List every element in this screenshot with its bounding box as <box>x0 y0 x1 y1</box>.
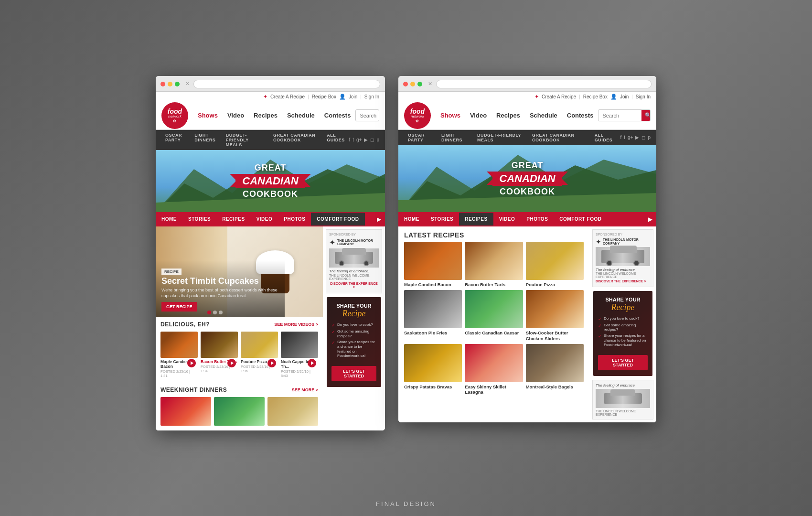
dot-yellow[interactable] <box>168 82 172 86</box>
facebook-icon[interactable]: f <box>349 137 350 142</box>
share-recipe-widget-right: SHARE YOUR Recipe ✓ Do you love to cook?… <box>593 291 652 376</box>
sec-cookbook-r[interactable]: Great Canadian Cookbook <box>528 130 591 145</box>
twitter-icon-r[interactable]: t <box>624 135 625 140</box>
gplus-icon[interactable]: g+ <box>356 137 362 142</box>
recipe-title-4: Classic Canadian Caesar <box>465 330 523 335</box>
join-link-r[interactable]: Join <box>620 94 629 99</box>
tab-video-r[interactable]: VIDEO <box>493 213 521 226</box>
dot-inactive-2[interactable] <box>219 311 223 314</box>
dot-red-r[interactable] <box>403 82 408 86</box>
dinner-thumb-1[interactable] <box>214 397 265 426</box>
signin-link[interactable]: Sign In <box>364 94 379 99</box>
video-item-2[interactable]: Poutine Pizza POSTED 2/23/16 | 1:36 <box>241 332 278 378</box>
instagram-icon[interactable]: ◻ <box>370 137 374 142</box>
instagram-icon-r[interactable]: ◻ <box>641 135 645 140</box>
tab-video[interactable]: VIDEO <box>251 213 278 226</box>
nav-shows-r[interactable]: Shows <box>436 103 465 128</box>
tab-photos[interactable]: PHOTOS <box>278 213 311 226</box>
video-item-1[interactable]: Bacon Butter Tarts POSTED 2/23/16 | 1:34 <box>201 332 238 378</box>
recipe-card-7[interactable]: Easy Skinny Skillet Lasagna <box>465 344 523 395</box>
nav-contests[interactable]: Contests <box>320 103 356 128</box>
tab-stories[interactable]: STORIES <box>182 213 216 226</box>
logo-left[interactable]: food network ✿ <box>161 102 188 129</box>
dinner-thumb-2[interactable] <box>267 397 318 426</box>
sec-budget[interactable]: Budget-Friendly Meals <box>222 130 269 150</box>
sec-budget-r[interactable]: Budget-Friendly Meals <box>473 130 528 145</box>
discover-experience-button-r[interactable]: DISCOVER THE EXPERIENCE > <box>596 279 646 284</box>
nav-video[interactable]: Video <box>223 103 249 128</box>
recipe-box-link-r[interactable]: Recipe Box <box>583 94 608 99</box>
search-input-left[interactable] <box>356 111 379 120</box>
recipe-card-1[interactable]: Bacon Butter Tarts <box>465 242 523 287</box>
nav-recipes-r[interactable]: Recipes <box>491 103 525 128</box>
nav-shows[interactable]: Shows <box>193 103 223 128</box>
sec-dinners[interactable]: Light Dinners <box>191 130 222 150</box>
join-link[interactable]: Join <box>349 94 357 99</box>
sec-guides-r[interactable]: All Guides <box>591 130 620 145</box>
sec-oscar-r[interactable]: Oscar Party <box>404 130 438 145</box>
recipe-card-3[interactable]: Saskatoon Pie Fries <box>404 290 462 341</box>
logo-right[interactable]: food network ✿ <box>404 102 431 129</box>
create-recipe-link-r[interactable]: Create A Recipe <box>542 94 576 99</box>
dot-green-r[interactable] <box>417 82 422 86</box>
tab-arrow-icon[interactable]: ▶ <box>373 212 385 226</box>
youtube-icon-r[interactable]: ▶ <box>635 135 639 140</box>
tab-recipes-r[interactable]: RECIPES <box>459 213 493 226</box>
tab-home[interactable]: HOME <box>156 213 182 226</box>
see-more-videos-link[interactable]: SEE MORE VIDEOS > <box>274 322 318 327</box>
nav-recipes[interactable]: Recipes <box>249 103 282 128</box>
dot-active[interactable] <box>207 311 211 314</box>
tab-photos-r[interactable]: PHOTOS <box>521 213 554 226</box>
dot-inactive-1[interactable] <box>213 311 217 314</box>
tab-comfort-food[interactable]: COMFORT FOOD <box>311 213 364 226</box>
share-checks-r: ✓ Do you love to cook? ✓ Got some amazin… <box>598 316 648 347</box>
video-item-3[interactable]: Noah Cappe In Th... POSTED 2/25/16 | 5:4… <box>281 332 318 378</box>
recipe-card-5[interactable]: Slow-Cooker Butter Chicken Sliders <box>526 290 584 341</box>
sec-dinners-r[interactable]: Light Dinners <box>438 130 473 145</box>
gplus-icon-r[interactable]: g+ <box>628 135 633 140</box>
recipe-card-2[interactable]: Poutine Pizza <box>526 242 584 287</box>
nav-schedule[interactable]: Schedule <box>282 103 320 128</box>
signin-link-r[interactable]: Sign In <box>636 94 651 99</box>
create-recipe-link[interactable]: Create A Recipe <box>270 94 305 99</box>
search-input-right[interactable] <box>598 111 641 120</box>
pinterest-icon[interactable]: p <box>376 137 379 142</box>
share-check-0-r: ✓ Do you love to cook? <box>598 316 648 322</box>
pinterest-icon-r[interactable]: p <box>648 135 651 140</box>
recipe-card-6[interactable]: Crispy Patatas Bravas <box>404 344 462 395</box>
recipe-card-4[interactable]: Classic Canadian Caesar <box>465 290 523 341</box>
recipe-card-0[interactable]: Maple Candied Bacon <box>404 242 462 287</box>
nav-contests-r[interactable]: Contests <box>562 103 598 128</box>
twitter-icon[interactable]: t <box>353 137 354 142</box>
tab-recipes[interactable]: RECIPES <box>216 213 250 226</box>
sec-oscar[interactable]: Oscar Party <box>161 130 191 150</box>
address-bar-r[interactable] <box>436 80 652 88</box>
dot-green[interactable] <box>175 82 180 86</box>
content-area-left: RECIPE Secret Timbit Cupcakes We're brin… <box>156 226 385 430</box>
lets-get-started-button-right[interactable]: LET'S GET STARTED <box>598 355 648 370</box>
address-bar[interactable] <box>193 80 380 88</box>
sec-guides[interactable]: All Guides <box>323 130 349 150</box>
discover-experience-button[interactable]: DISCOVER THE EXPERIENCE > <box>329 280 379 290</box>
recipe-box-link[interactable]: Recipe Box <box>312 94 336 99</box>
tab-home-r[interactable]: HOME <box>398 213 425 226</box>
video-item-0[interactable]: Maple Candied Bacon POSTED 2/25/16 | 1:3… <box>160 332 198 378</box>
tab-comfort-r[interactable]: COMFORT FOOD <box>554 213 607 226</box>
lets-get-started-button-left[interactable]: LET'S GET STARTED <box>331 366 376 381</box>
hero-ribbon-r: CANADIAN <box>492 172 562 186</box>
see-more-dinners-link[interactable]: SEE MORE > <box>292 387 318 392</box>
youtube-icon[interactable]: ▶ <box>364 137 368 142</box>
nav-video-r[interactable]: Video <box>465 103 491 128</box>
hero-canadian-text: CANADIAN <box>242 175 298 187</box>
dinner-thumb-0[interactable] <box>160 397 211 426</box>
search-button-right[interactable]: 🔍 <box>641 110 651 121</box>
dot-red[interactable] <box>160 82 165 86</box>
recipe-card-8[interactable]: Montreal-Style Bagels <box>526 344 584 395</box>
get-recipe-button[interactable]: GET RECIPE <box>161 302 197 312</box>
tab-stories-r[interactable]: STORIES <box>425 213 459 226</box>
nav-schedule-r[interactable]: Schedule <box>525 103 562 128</box>
tab-arrow-icon-r[interactable]: ▶ <box>644 212 656 226</box>
sec-cookbook[interactable]: Great Canadian Cookbook <box>269 130 323 150</box>
dot-yellow-r[interactable] <box>410 82 415 86</box>
facebook-icon-r[interactable]: f <box>620 135 621 140</box>
